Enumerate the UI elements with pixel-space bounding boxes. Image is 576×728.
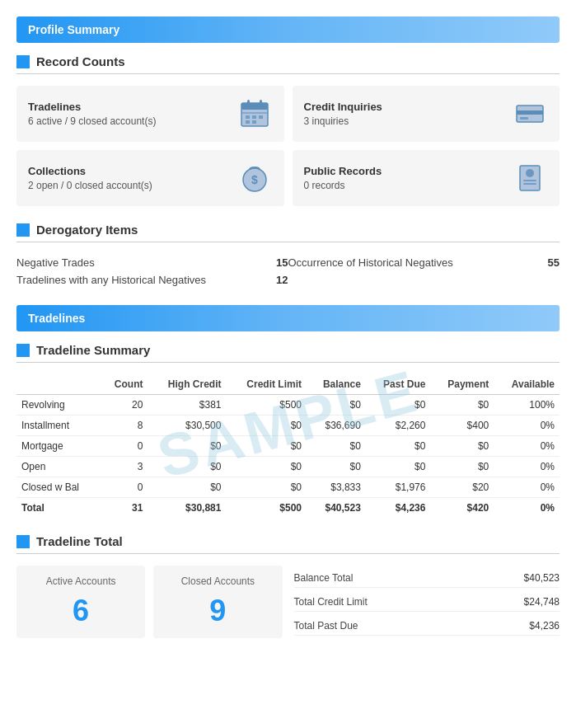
record-counts-title: Record Counts	[16, 54, 560, 68]
closed-accounts-value: 9	[166, 594, 269, 628]
collections-subtitle: 2 open / 0 closed account(s)	[28, 180, 152, 191]
col-high-credit: High Credit	[148, 374, 226, 395]
totals-table: Balance Total $40,523 Total Credit Limit…	[294, 566, 560, 638]
tradelines-card-title: Tradelines	[28, 101, 156, 113]
svg-rect-5	[246, 115, 250, 119]
table-row: Installment8$30,500$0$36,690$2,260$4000%	[16, 416, 560, 436]
svg-rect-9	[252, 120, 256, 124]
credit-inquiries-title: Credit Inquiries	[304, 101, 382, 113]
totals-layout: Active Accounts 6 Closed Accounts 9 Bala…	[16, 566, 560, 638]
tradeline-total-section: Tradeline Total Active Accounts 6 Closed…	[16, 534, 560, 638]
derogatory-section: Derogatory Items Negative Trades 15 Trad…	[16, 223, 560, 289]
closed-accounts-card: Closed Accounts 9	[153, 566, 282, 638]
active-accounts-label: Active Accounts	[30, 575, 132, 587]
tradelines-header: Tradelines	[16, 305, 560, 331]
derogatory-title: Derogatory Items	[16, 223, 560, 237]
tradelines-card: Tradelines 6 active / 9 closed account(s…	[16, 86, 284, 142]
table-row: Mortgage0$0$0$0$0$00%	[16, 436, 560, 457]
svg-text:$: $	[251, 173, 258, 186]
collections-card: Collections 2 open / 0 closed account(s)…	[16, 150, 284, 206]
collections-title: Collections	[28, 165, 152, 177]
balance-total-row: Balance Total $40,523	[294, 569, 560, 588]
derogatory-rows: Negative Trades 15 Tradelines with any H…	[16, 254, 560, 289]
blue-square-icon	[16, 55, 30, 68]
public-records-title: Public Records	[304, 165, 382, 177]
public-records-subtitle: 0 records	[304, 180, 382, 191]
svg-rect-8	[246, 120, 250, 124]
tradelines-card-subtitle: 6 active / 9 closed account(s)	[28, 115, 156, 127]
col-credit-limit: Credit Limit	[226, 374, 307, 395]
tradeline-summary-section: Tradeline Summary SAMPLE Count High Cred…	[16, 343, 560, 518]
record-counts-cards: Tradelines 6 active / 9 closed account(s…	[16, 86, 560, 206]
svg-rect-1	[241, 103, 268, 110]
past-due-row: Total Past Due $4,236	[294, 617, 560, 636]
blue-square-icon-3	[16, 344, 30, 357]
closed-accounts-label: Closed Accounts	[166, 575, 269, 587]
public-records-card: Public Records 0 records	[293, 150, 560, 206]
table-row: Closed w Bal0$0$0$3,833$1,976$200%	[16, 477, 560, 498]
svg-rect-11	[517, 110, 543, 115]
col-balance: Balance	[307, 374, 366, 395]
svg-rect-2	[247, 100, 250, 106]
table-row: Open3$0$0$0$0$00%	[16, 457, 560, 477]
col-payment: Payment	[430, 374, 494, 395]
credit-limit-row: Total Credit Limit $24,748	[294, 593, 560, 612]
calendar-icon	[236, 96, 273, 132]
svg-rect-6	[252, 115, 256, 119]
occurrence-historical-row: Occurrence of Historical Negatives 55	[288, 254, 560, 271]
credit-inquiries-subtitle: 3 inquiries	[304, 115, 382, 127]
negative-trades-row: Negative Trades 15	[16, 254, 288, 271]
col-count: Count	[101, 374, 148, 395]
col-past-due: Past Due	[366, 374, 431, 395]
credit-card-icon	[512, 96, 548, 132]
table-row: Revolving20$381$500$0$0$0100%	[16, 395, 560, 416]
tradeline-total-title: Tradeline Total	[16, 534, 560, 548]
table-row: Total31$30,881$500$40,523$4,236$4200%	[16, 498, 560, 519]
col-name	[16, 374, 101, 395]
blue-square-icon-4	[16, 535, 30, 548]
historical-negatives-tradelines-row: Tradelines with any Historical Negatives…	[16, 271, 288, 289]
tradeline-summary-title: Tradeline Summary	[16, 343, 560, 357]
active-accounts-value: 6	[30, 594, 132, 628]
blue-square-icon-2	[16, 223, 30, 237]
svg-rect-17	[523, 180, 536, 181]
profile-summary-header: Profile Summary	[16, 16, 560, 43]
svg-rect-3	[260, 100, 262, 106]
svg-rect-18	[523, 183, 536, 185]
tradeline-table: Count High Credit Credit Limit Balance P…	[16, 374, 560, 518]
account-cards: Active Accounts 6 Closed Accounts 9	[16, 566, 283, 638]
collections-icon: $	[236, 160, 273, 196]
active-accounts-card: Active Accounts 6	[16, 566, 145, 638]
svg-rect-7	[259, 115, 263, 119]
svg-point-16	[526, 169, 534, 177]
col-available: Available	[494, 374, 560, 395]
public-records-icon	[512, 160, 548, 196]
svg-rect-12	[520, 117, 528, 120]
credit-inquiries-card: Credit Inquiries 3 inquiries	[293, 86, 560, 142]
